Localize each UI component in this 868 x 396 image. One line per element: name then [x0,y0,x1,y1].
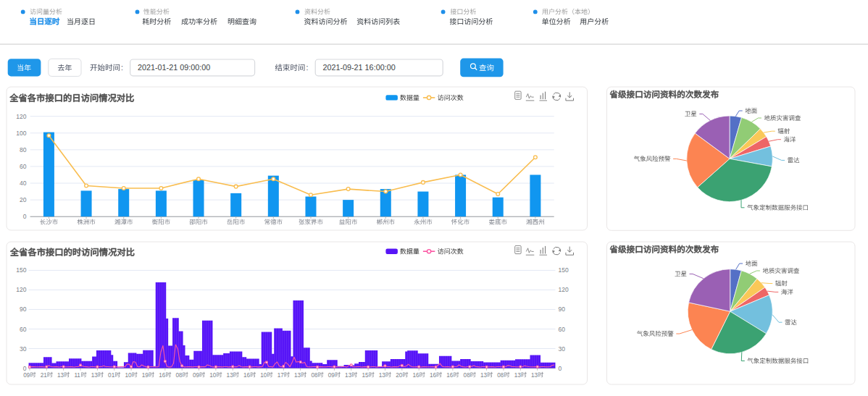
svg-text:08: 08 [311,372,318,379]
svg-text:13: 13 [227,372,234,379]
svg-text:30: 30 [559,345,566,353]
svg-text:16: 16 [413,372,420,379]
svg-text:09: 09 [328,372,335,379]
svg-text:13: 13 [294,372,301,379]
svg-text:16: 16 [243,372,251,379]
svg-text:13: 13 [531,372,538,379]
svg-text:16: 16 [430,372,437,379]
svg-text:90: 90 [20,306,27,313]
svg-text:30: 30 [20,345,27,353]
svg-text:10: 10 [209,372,217,379]
svg-text:08: 08 [497,372,504,379]
svg-text:60: 60 [559,326,566,333]
svg-text:01: 01 [108,372,115,379]
svg-text:10: 10 [125,372,132,379]
svg-text:60: 60 [20,326,27,333]
svg-text:90: 90 [559,306,566,313]
svg-text:60: 60 [20,163,27,170]
svg-text:13: 13 [480,372,488,379]
svg-text:40: 40 [20,180,27,187]
svg-text::: : [121,63,123,72]
svg-text::: : [306,63,308,72]
svg-text:08: 08 [464,372,471,379]
svg-text:120: 120 [559,286,569,293]
svg-text:16: 16 [159,372,166,379]
svg-text:0: 0 [23,365,27,372]
svg-text:13: 13 [514,372,522,379]
svg-text:21: 21 [41,372,48,379]
svg-text:17: 17 [277,372,285,379]
svg-text:16: 16 [446,372,454,379]
svg-text:08: 08 [176,372,183,379]
svg-text:13: 13 [345,372,352,379]
svg-text:2021-09-21 16:00:00: 2021-09-21 16:00:00 [322,63,395,72]
svg-text:120: 120 [16,286,26,293]
svg-text:13: 13 [91,372,99,379]
svg-text:10: 10 [260,372,267,379]
svg-text:15: 15 [362,372,369,379]
svg-text:150: 150 [16,266,26,274]
svg-text:0: 0 [559,365,562,372]
svg-text:150: 150 [559,266,569,274]
svg-text:20: 20 [20,196,27,203]
svg-text:120: 120 [16,113,26,120]
svg-text:09: 09 [23,372,30,379]
svg-text:13: 13 [379,372,386,379]
svg-text:80: 80 [20,146,27,153]
svg-text:2021-01-21 09:00:00: 2021-01-21 09:00:00 [138,63,210,72]
svg-text:13: 13 [57,372,64,379]
svg-text:11: 11 [74,372,80,379]
svg-text:19: 19 [142,372,149,379]
svg-text:20: 20 [396,372,403,379]
svg-text:0: 0 [23,213,27,220]
svg-text:100: 100 [16,130,26,137]
svg-text:09: 09 [193,372,200,379]
